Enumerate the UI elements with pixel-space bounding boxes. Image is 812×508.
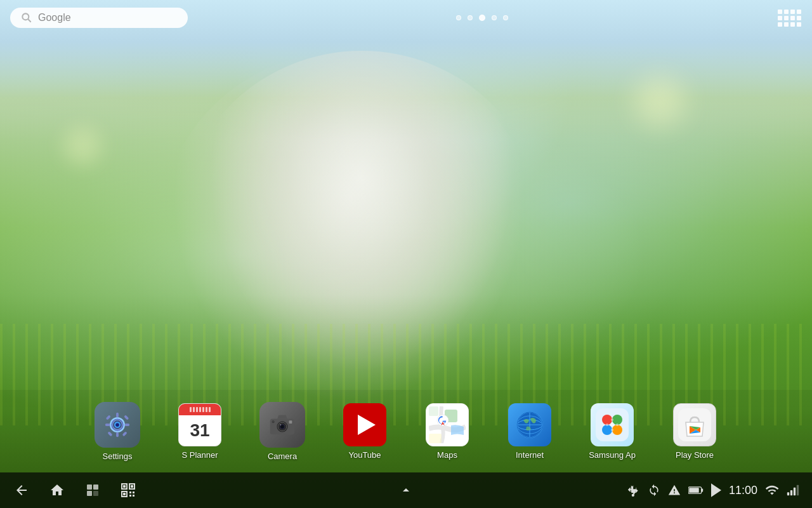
svg-rect-32	[429, 406, 438, 416]
youtube-label: YouTube	[348, 450, 381, 460]
apps-grid-button[interactable]	[776, 5, 802, 30]
alert-icon	[668, 484, 681, 497]
page-dot-2[interactable]	[468, 15, 473, 20]
app-internet[interactable]: Internet	[488, 393, 571, 469]
battery-icon	[688, 484, 704, 497]
page-dot-5[interactable]	[503, 15, 508, 20]
svg-rect-59	[93, 491, 98, 496]
svg-line-1	[28, 19, 31, 22]
splanner-icon: 31	[178, 403, 221, 446]
page-dot-1[interactable]	[456, 15, 461, 20]
splanner-date: 31	[190, 420, 209, 441]
internet-icon	[508, 403, 551, 446]
usb-icon	[627, 484, 640, 497]
svg-rect-67	[133, 491, 134, 493]
svg-rect-56	[87, 485, 92, 490]
maps-icon	[426, 403, 469, 446]
svg-point-31	[442, 417, 445, 420]
media-icon	[711, 484, 721, 497]
svg-rect-61	[123, 485, 126, 488]
svg-point-49	[616, 424, 619, 426]
svg-rect-7	[125, 424, 130, 426]
page-dot-3[interactable]	[479, 15, 485, 21]
svg-rect-74	[787, 492, 789, 495]
svg-point-0	[22, 13, 29, 20]
svg-rect-6	[105, 424, 110, 426]
samsung-icon	[591, 403, 634, 446]
top-bar: Google	[0, 0, 812, 36]
svg-rect-10	[107, 431, 112, 436]
search-icon	[20, 11, 33, 24]
svg-point-45	[612, 425, 622, 435]
svg-point-26	[272, 420, 274, 422]
svg-rect-5	[116, 432, 119, 437]
settings-label: Settings	[103, 451, 133, 461]
camera-icon	[259, 402, 305, 448]
svg-rect-72	[689, 488, 698, 493]
home-button[interactable]	[48, 481, 66, 499]
settings-icon	[95, 402, 140, 448]
recents-button[interactable]	[84, 481, 102, 499]
youtube-icon	[343, 403, 386, 446]
svg-marker-73	[711, 483, 721, 497]
svg-rect-11	[122, 431, 128, 436]
app-splanner[interactable]: 31 S Planner	[159, 393, 241, 469]
svg-point-22	[281, 425, 284, 428]
app-youtube[interactable]: YouTube	[324, 393, 406, 469]
back-button[interactable]	[13, 481, 30, 499]
maps-label: Maps	[437, 450, 457, 460]
svg-rect-4	[116, 412, 119, 417]
svg-rect-9	[124, 415, 129, 420]
svg-point-42	[602, 415, 612, 425]
app-camera[interactable]: Camera	[241, 393, 324, 469]
svg-rect-71	[702, 488, 704, 491]
up-arrow-button[interactable]	[397, 481, 415, 499]
svg-rect-63	[131, 485, 133, 488]
svg-rect-24	[289, 420, 292, 424]
page-dots	[456, 15, 508, 21]
svg-rect-57	[93, 485, 98, 490]
svg-point-47	[611, 429, 613, 431]
app-maps[interactable]: Maps	[406, 393, 488, 469]
app-samsung[interactable]: Samsung Ap	[571, 393, 653, 469]
nav-left-group	[13, 481, 137, 499]
svg-rect-77	[797, 485, 799, 496]
search-label: Google	[38, 12, 71, 23]
camera-label: Camera	[268, 451, 297, 461]
dock: Settings 31 S Planner	[0, 390, 812, 472]
internet-label: Internet	[516, 450, 544, 460]
svg-point-50	[610, 423, 614, 427]
svg-rect-65	[123, 493, 126, 495]
svg-rect-76	[794, 488, 796, 496]
svg-point-44	[602, 425, 612, 435]
grid-dots-icon	[778, 10, 801, 27]
nav-right-status: 11:00	[627, 484, 799, 497]
screenshot-button[interactable]	[119, 481, 137, 499]
svg-point-46	[611, 418, 613, 421]
svg-point-15	[115, 423, 119, 427]
svg-rect-69	[133, 495, 134, 497]
svg-rect-58	[87, 491, 92, 496]
svg-point-48	[606, 424, 608, 426]
app-settings[interactable]: Settings	[76, 393, 159, 469]
wifi-icon	[765, 484, 779, 497]
svg-point-43	[612, 415, 622, 425]
page-dot-4[interactable]	[492, 15, 497, 20]
playstore-icon	[673, 403, 716, 446]
svg-point-23	[280, 424, 281, 425]
svg-rect-66	[129, 491, 131, 493]
nav-center-group	[397, 481, 415, 499]
svg-rect-68	[129, 495, 131, 497]
signal-icon	[787, 484, 799, 497]
status-time: 11:00	[729, 484, 757, 497]
samsung-label: Samsung Ap	[589, 450, 636, 460]
play-triangle-icon	[358, 415, 376, 435]
playstore-label: Play Store	[676, 450, 714, 460]
svg-rect-8	[106, 415, 111, 420]
google-search-bar[interactable]: Google	[10, 8, 188, 28]
sync-icon	[648, 484, 660, 497]
nav-bar: 11:00	[0, 472, 812, 508]
app-playstore[interactable]: Play Store	[653, 393, 736, 469]
svg-rect-33	[429, 434, 442, 443]
svg-rect-75	[790, 490, 792, 495]
